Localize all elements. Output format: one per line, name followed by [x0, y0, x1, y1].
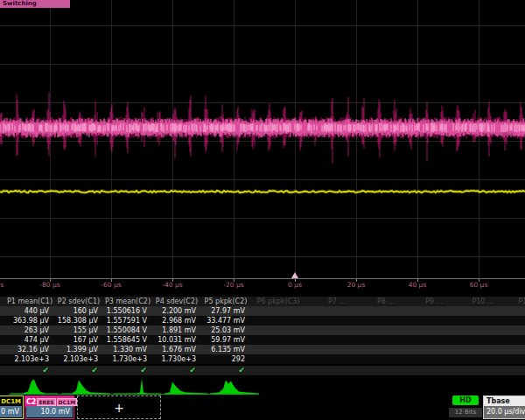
axis-tick-label: 0 µs [288, 281, 302, 289]
measure-cell: 167 µV [54, 336, 98, 344]
measure-col-header[interactable]: P3 mean(C2) [103, 298, 152, 305]
trace-label-chip: Switching [0, 0, 70, 8]
measure-cell: 2.103e+3 [5, 355, 49, 363]
channel-c1-descriptor[interactable]: DC1M 0 mV [0, 396, 24, 419]
measure-col-header-dim[interactable]: P9 ... [425, 298, 443, 305]
measure-value-row: 2.103e+32.103e+31.730e+31.730e+3292 [0, 354, 525, 364]
histicon[interactable] [114, 379, 161, 395]
measure-cell: 6.135 mV [201, 346, 245, 354]
axis-tick-label: -40 µs [162, 281, 182, 289]
measure-col-header-dim[interactable]: P7 ... [328, 298, 346, 305]
measure-cell: 155 µV [54, 326, 98, 334]
measure-value-row: 474 µV167 µV1.558645 V10.031 mV59.97 mV [0, 335, 525, 345]
timebase-descriptor[interactable]: Tbase 20.0 µs/div [483, 396, 525, 419]
c1-vdiv-value: 0 mV [0, 406, 22, 417]
measure-cell: 158.308 µV [54, 317, 98, 325]
measure-cell: 1.550084 V [103, 326, 147, 334]
measure-status-check: ✔ [5, 366, 49, 374]
histicon[interactable] [10, 380, 58, 395]
axis-tick-label: 40 µs [409, 281, 427, 289]
measure-cell: 440 µV [5, 307, 49, 315]
measure-cell: 1.557591 V [103, 317, 147, 325]
measure-status-check: ✔ [152, 366, 196, 374]
measure-cell: 2.968 mV [152, 317, 196, 325]
measure-value-row: 363.98 µV158.308 µV1.557591 V2.968 mV33.… [0, 316, 525, 326]
axis-tick-label: -60 µs [101, 281, 121, 289]
descriptor-bar: DC1M 0 mV C2 ERES DC1M 10.0 mV + HD 12 B… [0, 396, 525, 420]
measure-col-header-dim[interactable]: P8 ... [377, 298, 395, 305]
measure-cell: 363.98 µV [5, 317, 49, 325]
measure-cell: 1.730e+3 [103, 355, 147, 363]
histicon[interactable] [164, 382, 208, 395]
measure-col-header-dim[interactable]: P6 pkpk(C3) [257, 298, 300, 305]
measure-col-header-dim[interactable]: P11 [518, 298, 525, 305]
measure-cell: 1.730e+3 [152, 355, 196, 363]
measure-status-row: ✔✔✔✔✔ [0, 366, 525, 375]
measure-cell: 27.97 mV [201, 307, 245, 315]
measure-cell: 160 µV [54, 307, 98, 315]
hd-mode-badge[interactable]: HD [452, 396, 479, 405]
measure-cell: 32.16 µV [5, 346, 49, 354]
measure-col-header[interactable]: P5 pkpk(C2) [201, 298, 250, 305]
histicon[interactable] [61, 381, 110, 395]
add-trace-button[interactable]: + [77, 396, 161, 419]
measure-col-header-dim[interactable]: P10 ... [472, 298, 494, 305]
c2-vdiv-value: 10.0 mV [26, 406, 73, 417]
axis-tick-label: -100 µs [0, 281, 4, 289]
axis-tick-label: 60 µs [470, 281, 488, 289]
timebase-value: 20.0 µs/div [484, 406, 525, 418]
waveform-svg[interactable] [0, 0, 525, 293]
measure-col-header[interactable]: P2 sdev(C1) [54, 298, 103, 305]
trigger-position-icon[interactable] [291, 272, 298, 278]
c2-coupling-chip: DC1M [57, 398, 78, 406]
measure-cell: 2.103e+3 [54, 355, 98, 363]
measure-cell: 1.558645 V [103, 336, 147, 344]
measure-value-row: 440 µV160 µV1.550616 V2.200 mV27.97 mV [0, 306, 525, 316]
measure-cell: 33.477 mV [201, 317, 245, 325]
measure-cell: 1.550616 V [103, 307, 147, 315]
measure-cell: 1.676 mV [152, 346, 196, 354]
measure-status-check: ✔ [103, 366, 147, 374]
measure-status-check: ✔ [54, 366, 98, 374]
measure-status-check: ✔ [201, 366, 245, 374]
measure-cell: 10.031 mV [152, 336, 196, 344]
measure-cell: 1.891 mV [152, 326, 196, 334]
histicon[interactable] [210, 381, 259, 395]
measure-cell: 2.200 mV [152, 307, 196, 315]
measure-cell: 1.399 µV [54, 346, 98, 354]
time-axis-labels: -100 µs-80 µs-60 µs-40 µs-20 µs0 µs20 µs… [0, 281, 525, 291]
c2-name-label: C2 [26, 398, 36, 406]
oscilloscope-screen: Switching -100 µs-80 µs-60 µs-40 µs-20 µ… [0, 0, 525, 420]
measure-cell: 25.03 mV [201, 326, 245, 334]
axis-tick-label: 20 µs [347, 281, 366, 289]
hd-bits-label: 12 Bits [449, 408, 482, 417]
channel-c2-descriptor[interactable]: C2 ERES DC1M 10.0 mV [24, 396, 74, 419]
measure-cell: 59.97 mV [201, 336, 245, 344]
measure-cell: 292 [201, 355, 245, 363]
measure-col-header[interactable]: P1 mean(C1) [5, 298, 54, 305]
measure-cell: 474 µV [5, 336, 49, 344]
axis-tick-label: -20 µs [223, 281, 243, 289]
c2-eres-chip: ERES [37, 398, 55, 406]
measure-header-row: P1 mean(C1)P2 sdev(C1)P3 mean(C2)P4 sdev… [0, 297, 525, 306]
axis-tick-label: -80 µs [39, 281, 60, 289]
measure-col-header[interactable]: P4 sdev(C2) [152, 298, 201, 305]
measure-value-row: 32.16 µV1.399 µV1.330 mV1.676 mV6.135 mV [0, 345, 525, 354]
measure-cell: 1.330 mV [103, 346, 147, 354]
measure-value-row: 263 µV155 µV1.550084 V1.891 mV25.03 mV [0, 326, 525, 335]
measure-cell: 263 µV [5, 326, 49, 334]
